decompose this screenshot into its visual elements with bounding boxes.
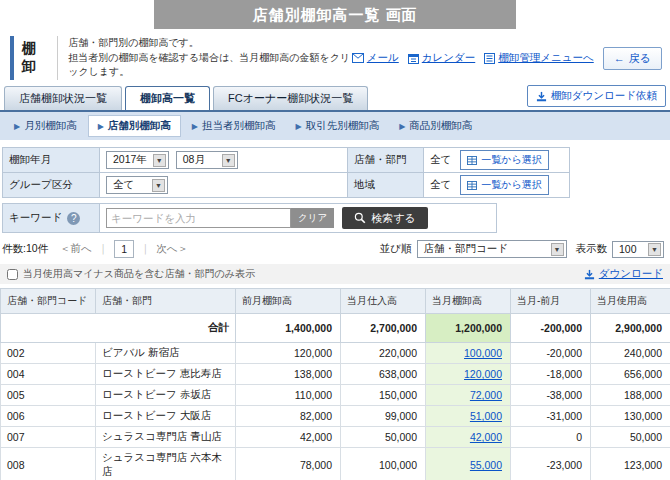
store-name-cell: ローストビーフ 大阪店 <box>96 406 236 427</box>
mail-link[interactable]: メール <box>352 51 399 65</box>
tab-bar: 店舗棚卸状況一覧 棚卸高一覧 FCオーナー棚卸状況一覧 棚卸ダウンロード依頼 <box>0 85 670 112</box>
tab-store-inventory-status[interactable]: 店舗棚卸状況一覧 <box>4 86 122 110</box>
total-purchases: 2,700,000 <box>341 314 426 343</box>
description-line-2: 担当者別の棚卸高を確認する場合は、当月棚卸高の金額をクリックします。 <box>68 51 352 80</box>
minus-items-only-checkbox[interactable] <box>7 269 18 280</box>
month-select[interactable]: 08月▼ <box>176 151 238 169</box>
total-label: 合計 <box>1 314 236 343</box>
purchases-cell: 100,000 <box>341 448 426 480</box>
period-value-cell: 2017年▼ 08月▼ <box>100 148 348 173</box>
table-header-row: 店舗・部門コード 店舗・部門 前月棚卸高 当月仕入高 当月棚卸高 当月-前月 当… <box>1 289 670 314</box>
result-count: 件数:10件 <box>2 242 48 256</box>
clear-button[interactable]: クリア <box>291 208 334 228</box>
col-header-current-inventory: 当月棚卸高 <box>426 289 511 314</box>
sort-label: 並び順 <box>380 242 412 256</box>
group-select[interactable]: 全て▼ <box>106 176 168 194</box>
grid-icon <box>467 156 477 165</box>
purchases-cell: 150,000 <box>341 385 426 406</box>
inventory-download-request-button[interactable]: 棚卸ダウンロード依頼 <box>527 85 666 107</box>
tab-fc-owner-status[interactable]: FCオーナー棚卸状況一覧 <box>213 86 368 110</box>
sort-select[interactable]: 店舗・部門コード▼ <box>417 240 567 258</box>
current-inventory-cell: 42,000 <box>426 427 511 448</box>
grid-icon <box>467 181 477 190</box>
download-link[interactable]: ダウンロード <box>584 267 663 281</box>
year-select[interactable]: 2017年▼ <box>106 151 169 169</box>
store-pick-from-list-button[interactable]: 一覧から選択 <box>460 150 548 170</box>
header-links: メール カレンダー 棚卸管理メニューへ ← 戻る <box>352 47 662 70</box>
chevron-down-icon: ▼ <box>648 243 661 256</box>
inventory-table: 店舗・部門コード 店舗・部門 前月棚卸高 当月仕入高 当月棚卸高 当月-前月 当… <box>0 288 670 480</box>
region-pick-from-list-button[interactable]: 一覧から選択 <box>460 175 548 195</box>
keyword-input[interactable] <box>106 208 291 228</box>
subnav-product-inventory[interactable]: ▶商品別棚卸高 <box>390 116 481 136</box>
store-code-cell: 007 <box>1 427 96 448</box>
chevron-down-icon: ▼ <box>551 243 564 256</box>
filter-row-1: 棚卸年月 2017年▼ 08月▼ 店舗・部門 全て 一覧から選択 <box>3 148 570 173</box>
usage-cell: 188,000 <box>591 385 670 406</box>
table-body: 合計 1,400,000 2,700,000 1,200,000 -200,00… <box>1 314 670 480</box>
help-icon[interactable]: ? <box>67 212 80 225</box>
menu-list-icon <box>484 53 495 64</box>
prev-month-cell: 78,000 <box>236 448 341 480</box>
current-inventory-link[interactable]: 42,000 <box>470 431 502 443</box>
table-row: 002 ビアバル 新宿店 120,000 220,000 100,000 -20… <box>1 343 670 364</box>
subnav-staff-inventory[interactable]: ▶担当者別棚卸高 <box>183 116 285 136</box>
col-header-prev-month: 前月棚卸高 <box>236 289 341 314</box>
next-page-link[interactable]: 次へ＞ <box>156 242 188 256</box>
table-row: 004 ローストビーフ 恵比寿店 138,000 638,000 120,000… <box>1 364 670 385</box>
description-line-1: 店舗・部門別の棚卸高です。 <box>68 36 352 51</box>
group-label: グループ区分 <box>3 173 100 198</box>
chevron-down-icon: ▼ <box>153 154 166 167</box>
purchases-cell: 99,000 <box>341 406 426 427</box>
purchases-cell: 50,000 <box>341 427 426 448</box>
prev-page-link[interactable]: ＜前へ <box>60 242 92 256</box>
subnav-monthly-inventory[interactable]: ▶月別棚卸高 <box>5 116 86 136</box>
col-header-store-name: 店舗・部門 <box>96 289 236 314</box>
keyword-input-cell: クリア 検索する <box>100 204 434 232</box>
current-inventory-link[interactable]: 51,000 <box>470 410 502 422</box>
diff-cell: -31,000 <box>511 406 591 427</box>
sort-controls: 並び順 店舗・部門コード▼ 表示数 100▼ <box>380 240 668 258</box>
page-title: 店舗別棚卸高一覧 画面 <box>252 6 417 23</box>
subnav-store-inventory[interactable]: ▶店舗別棚卸高 <box>88 115 181 137</box>
current-inventory-link[interactable]: 120,000 <box>464 368 502 380</box>
current-inventory-link[interactable]: 55,000 <box>470 459 502 471</box>
inventory-menu-link[interactable]: 棚卸管理メニューへ <box>484 51 593 65</box>
store-code-cell: 002 <box>1 343 96 364</box>
minus-items-only-label: 当月使用高マイナス商品を含む店舗・部門のみ表示 <box>23 267 255 281</box>
sub-navigation: ▶月別棚卸高 ▶店舗別棚卸高 ▶担当者別棚卸高 ▶取引先別棚卸高 ▶商品別棚卸高 <box>0 112 670 140</box>
total-current-inventory: 1,200,000 <box>426 314 511 343</box>
chevron-right-icon: ▶ <box>295 122 301 131</box>
prev-month-cell: 42,000 <box>236 427 341 448</box>
usage-cell: 656,000 <box>591 364 670 385</box>
table-row: 007 シュラスコ専門店 青山店 42,000 50,000 42,000 0 … <box>1 427 670 448</box>
search-button[interactable]: 検索する <box>342 207 428 229</box>
calendar-icon <box>408 53 419 64</box>
store-filter-label: 店舗・部門 <box>348 148 424 173</box>
current-page: 1 <box>114 240 134 258</box>
store-code-cell: 005 <box>1 385 96 406</box>
diff-cell: -20,000 <box>511 343 591 364</box>
chevron-right-icon: ▶ <box>98 122 104 131</box>
store-filter-value: 全て <box>430 153 451 165</box>
subnav-supplier-inventory[interactable]: ▶取引先別棚卸高 <box>286 116 388 136</box>
store-name-cell: ビアバル 新宿店 <box>96 343 236 364</box>
filter-row-2: グループ区分 全て▼ 地域 全て 一覧から選択 <box>3 173 570 198</box>
tab-inventory-amount-list[interactable]: 棚卸高一覧 <box>125 86 210 110</box>
region-value: 全て <box>430 178 451 190</box>
purchases-cell: 638,000 <box>341 364 426 385</box>
calendar-link[interactable]: カレンダー <box>408 51 475 65</box>
period-label: 棚卸年月 <box>3 148 100 173</box>
per-page-select[interactable]: 100▼ <box>612 241 664 258</box>
store-name-cell: シュラスコ専門店 六本木店 <box>96 448 236 480</box>
back-button[interactable]: ← 戻る <box>603 47 662 70</box>
chevron-right-icon: ▶ <box>399 122 405 131</box>
store-filter-cell: 全て 一覧から選択 <box>424 148 570 173</box>
store-name-cell: ローストビーフ 恵比寿店 <box>96 364 236 385</box>
group-value-cell: 全て▼ <box>100 173 348 198</box>
current-inventory-link[interactable]: 100,000 <box>464 347 502 359</box>
per-page-label: 表示数 <box>576 242 608 256</box>
col-header-usage: 当月使用高 <box>591 289 670 314</box>
current-inventory-link[interactable]: 72,000 <box>470 389 502 401</box>
results-bar: 件数:10件 ＜前へ ｜ 1 ｜ 次へ＞ 並び順 店舗・部門コード▼ 表示数 1… <box>2 240 668 258</box>
